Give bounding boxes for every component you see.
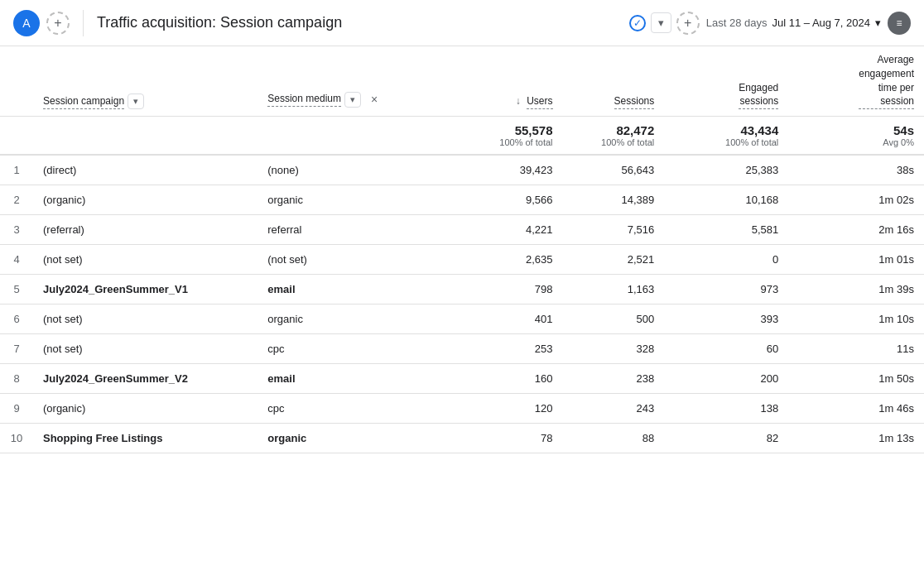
row-engaged: 82 — [664, 424, 788, 453]
row-campaign: Shopping Free Listings — [33, 424, 257, 453]
row-num: 3 — [0, 215, 33, 245]
table-row: 6 (not set) organic 401 500 393 1m 10s — [0, 304, 924, 334]
totals-sessions: 82,472 100% of total — [563, 117, 665, 156]
data-table: Session campaign ▾ Session medium ▾ × ↓ … — [0, 46, 924, 453]
row-users: 9,566 — [461, 185, 563, 215]
row-num: 2 — [0, 185, 33, 215]
row-num: 7 — [0, 334, 33, 364]
row-sessions: 328 — [563, 334, 665, 364]
row-campaign: (not set) — [33, 334, 257, 364]
table-row: 10 Shopping Free Listings organic 78 88 … — [0, 424, 924, 453]
totals-row: 55,578 100% of total 82,472 100% of tota… — [0, 117, 924, 156]
col-session-medium: Session medium ▾ × — [257, 46, 461, 117]
row-avg: 1m 02s — [788, 185, 924, 215]
col-sessions: Sessions — [563, 46, 665, 117]
row-users: 120 — [461, 394, 563, 424]
table-row: 4 (not set) (not set) 2,635 2,521 0 1m 0… — [0, 245, 924, 275]
row-sessions: 238 — [563, 364, 665, 394]
row-engaged: 973 — [664, 275, 788, 304]
row-engaged: 60 — [664, 334, 788, 364]
row-avg: 1m 01s — [788, 245, 924, 275]
scroll-icon: ≡ — [896, 17, 902, 29]
col-users-label: Users — [527, 94, 552, 109]
row-medium: email — [257, 275, 461, 304]
col-avg-engagement: Averageengagementtime persession — [788, 46, 924, 117]
col-sessions-label: Sessions — [614, 94, 655, 109]
row-users: 253 — [461, 334, 563, 364]
row-num: 5 — [0, 275, 33, 304]
row-engaged: 0 — [664, 245, 788, 275]
row-medium: organic — [257, 185, 461, 215]
row-campaign: (organic) — [33, 394, 257, 424]
row-users: 798 — [461, 275, 563, 304]
table-row: 9 (organic) cpc 120 243 138 1m 46s — [0, 394, 924, 424]
row-engaged: 10,168 — [664, 185, 788, 215]
row-engaged: 25,383 — [664, 155, 788, 185]
check-circle-icon: ✓ — [629, 15, 646, 31]
row-engaged: 393 — [664, 304, 788, 334]
totals-empty-1 — [0, 117, 33, 156]
title-actions: ✓ ▾ + — [629, 12, 700, 35]
row-engaged: 138 — [664, 394, 788, 424]
date-range: Last 28 days Jul 11 – Aug 7, 2024 ▾ — [706, 17, 881, 29]
col-num — [0, 46, 33, 117]
session-medium-close-button[interactable]: × — [364, 89, 384, 109]
row-avg: 1m 46s — [788, 394, 924, 424]
table-row: 7 (not set) cpc 253 328 60 11s — [0, 334, 924, 364]
row-num: 6 — [0, 304, 33, 334]
row-medium: email — [257, 364, 461, 394]
row-num: 1 — [0, 155, 33, 185]
row-sessions: 56,643 — [563, 155, 665, 185]
totals-users-val: 55,578 — [471, 123, 553, 137]
col-engaged-label: Engagedsessions — [739, 81, 778, 110]
totals-empty-3 — [257, 117, 461, 156]
session-campaign-dropdown[interactable]: ▾ — [128, 94, 144, 109]
date-chevron-icon: ▾ — [875, 17, 881, 29]
row-avg: 11s — [788, 334, 924, 364]
row-sessions: 500 — [563, 304, 665, 334]
col-session-medium-label: Session medium — [267, 92, 341, 107]
row-sessions: 1,163 — [563, 275, 665, 304]
date-label: Last 28 days — [706, 17, 768, 29]
row-avg: 1m 13s — [788, 424, 924, 453]
row-medium: (none) — [257, 155, 461, 185]
row-campaign: (not set) — [33, 245, 257, 275]
avatar: A — [13, 10, 40, 36]
add-tab-button[interactable]: + — [46, 12, 70, 35]
row-avg: 38s — [788, 155, 924, 185]
session-medium-dropdown[interactable]: ▾ — [344, 92, 361, 108]
row-sessions: 243 — [563, 394, 665, 424]
totals-sessions-val: 82,472 — [573, 123, 655, 137]
col-engaged-sessions: Engagedsessions — [664, 46, 788, 117]
totals-empty-2 — [33, 117, 257, 156]
row-medium: cpc — [257, 334, 461, 364]
table-row: 8 July2024_GreenSummer_V2 email 160 238 … — [0, 364, 924, 394]
add-card-button[interactable]: + — [676, 12, 700, 35]
totals-sessions-pct: 100% of total — [573, 137, 655, 147]
totals-engaged-val: 43,434 — [674, 123, 778, 137]
table-container: Session campaign ▾ Session medium ▾ × ↓ … — [0, 46, 924, 585]
row-campaign: (organic) — [33, 185, 257, 215]
row-campaign: July2024_GreenSummer_V2 — [33, 364, 257, 394]
row-avg: 1m 50s — [788, 364, 924, 394]
row-users: 160 — [461, 364, 563, 394]
row-users: 401 — [461, 304, 563, 334]
totals-avg-pct: Avg 0% — [798, 137, 914, 147]
table-row: 3 (referral) referral 4,221 7,516 5,581 … — [0, 215, 924, 245]
col-session-campaign: Session campaign ▾ — [33, 46, 257, 117]
row-campaign: July2024_GreenSummer_V1 — [33, 275, 257, 304]
row-medium: organic — [257, 304, 461, 334]
row-medium: (not set) — [257, 245, 461, 275]
row-medium: cpc — [257, 394, 461, 424]
row-avg: 1m 39s — [788, 275, 924, 304]
row-num: 4 — [0, 245, 33, 275]
row-campaign: (not set) — [33, 304, 257, 334]
row-users: 78 — [461, 424, 563, 453]
row-engaged: 200 — [664, 364, 788, 394]
row-num: 9 — [0, 394, 33, 424]
totals-users-pct: 100% of total — [471, 137, 553, 147]
totals-users: 55,578 100% of total — [461, 117, 563, 156]
scroll-button[interactable]: ≡ — [888, 12, 911, 35]
totals-avg-val: 54s — [798, 123, 914, 137]
title-dropdown-button[interactable]: ▾ — [651, 12, 671, 33]
